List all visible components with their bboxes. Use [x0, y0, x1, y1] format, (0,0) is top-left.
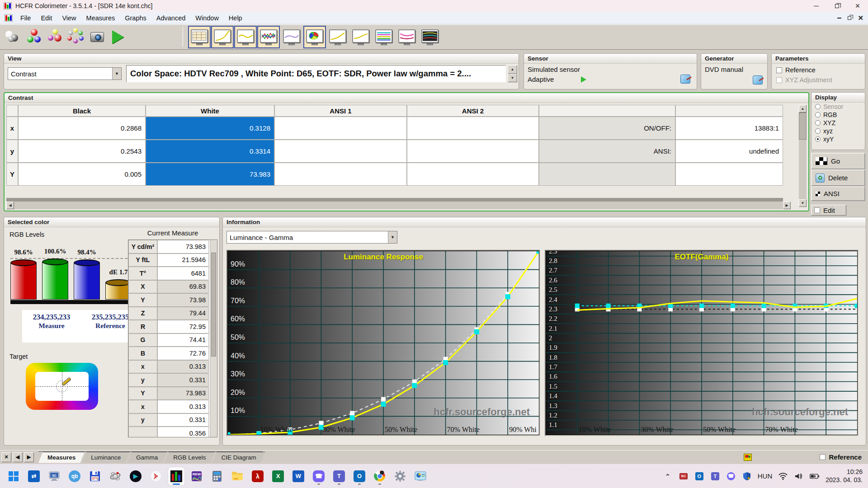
contrast-vscrollbar[interactable]: ▲ ▼ [799, 105, 807, 207]
contrast-info-value[interactable]: undefined [675, 140, 783, 163]
view-mode-dropdown[interactable]: Contrast ▼ [8, 67, 122, 80]
dark-player-icon[interactable]: ▶ [127, 467, 144, 485]
contrast-info-value[interactable]: 13883:1 [675, 117, 783, 140]
display-option-xyz[interactable]: xyz [811, 127, 865, 135]
radio-icon[interactable] [815, 112, 821, 117]
clock[interactable]: 10:26 2023. 04. 03. [826, 468, 863, 484]
contrast-view-button[interactable] [349, 26, 372, 48]
colorchecker-measure-icon[interactable] [66, 26, 87, 48]
menu-help[interactable]: Help [224, 13, 247, 23]
go-button[interactable]: Go [811, 153, 865, 169]
word-icon[interactable]: W [290, 467, 307, 485]
hcfr-icon[interactable] [168, 467, 184, 485]
contrast-white-cell[interactable]: 0.3314 [146, 140, 274, 163]
vscroll-thumb[interactable] [799, 113, 807, 140]
radio-icon[interactable] [815, 136, 821, 142]
qbittorrent-icon[interactable]: qb [66, 467, 83, 485]
contrast-ansi1-cell[interactable] [274, 163, 407, 186]
radio-icon[interactable] [815, 120, 821, 126]
outlook-tray-icon[interactable]: O [694, 471, 704, 481]
contrast-black-cell[interactable]: 0.2868 [18, 117, 146, 140]
grayscale-measure-icon[interactable] [4, 26, 24, 48]
contrast-black-cell[interactable]: 0.005 [18, 163, 146, 186]
contrast-col-header-extra[interactable] [675, 105, 783, 117]
contrast-ansi1-cell[interactable] [274, 140, 407, 163]
contrast-hscrollbar[interactable]: ◀ ▶ [6, 202, 791, 209]
settings-gear-icon[interactable] [392, 467, 408, 485]
calculator-icon[interactable] [209, 467, 225, 485]
contrast-info-label[interactable]: ON/OFF: [539, 117, 675, 140]
contrast-white-cell[interactable]: 73.983 [146, 163, 274, 186]
primaries-measure-icon[interactable] [24, 26, 45, 48]
menu-view[interactable]: View [57, 13, 81, 23]
teamviewer-icon[interactable]: ⇄ [26, 467, 42, 485]
run-measures-icon[interactable] [108, 26, 128, 48]
xyz-adjustment-checkbox[interactable] [776, 77, 782, 83]
menu-measures[interactable]: Measures [81, 13, 120, 23]
rgb-levels-view-button[interactable] [257, 26, 280, 48]
mdi-minimize-button[interactable] [837, 18, 841, 19]
contrast-col-header[interactable]: ANSI 1 [274, 105, 407, 117]
chevron-down-icon[interactable]: ▼ [388, 231, 397, 243]
gamma-view-button[interactable] [234, 26, 257, 48]
menu-window[interactable]: Window [190, 13, 224, 23]
nearblack-view-button[interactable] [280, 26, 303, 48]
start-button[interactable] [5, 467, 22, 485]
contrast-ansi2-cell[interactable] [407, 163, 539, 186]
contrast-ansi2-cell[interactable] [407, 117, 539, 140]
nearwhite-view-button[interactable] [326, 26, 349, 48]
contrast-row-label[interactable]: x [6, 117, 18, 140]
chevron-down-icon[interactable]: ▼ [112, 68, 121, 80]
screenconnect-tray-icon[interactable]: SC [679, 471, 689, 481]
contrast-col-header-extra[interactable] [539, 105, 675, 117]
outlook-icon[interactable]: O [351, 467, 368, 485]
viber-tray-icon[interactable]: ☎ [726, 471, 736, 481]
spinner-down-button[interactable]: ▼ [508, 74, 517, 82]
menu-file[interactable]: File [15, 13, 36, 23]
close-view-button[interactable]: ✕ [1, 452, 11, 462]
menu-advanced[interactable]: Advanced [151, 13, 191, 23]
battery-icon[interactable] [810, 471, 820, 481]
radio-icon[interactable] [815, 104, 821, 109]
excel-icon[interactable]: X [270, 467, 286, 485]
teams-tray-icon[interactable]: T [710, 471, 720, 481]
saturation-view-button[interactable] [373, 26, 395, 48]
radio-icon[interactable] [815, 128, 821, 134]
contrast-info-value[interactable] [675, 163, 783, 186]
display-option-xyz[interactable]: XYZ [811, 119, 865, 127]
contrast-white-cell[interactable]: 0.3128 [146, 117, 274, 140]
contrast-black-cell[interactable]: 0.2543 [18, 140, 146, 163]
tab-rgb-levels[interactable]: RGB Levels [164, 452, 215, 463]
reference-checkbox[interactable] [776, 67, 782, 73]
contrast-col-header[interactable]: Black [18, 105, 146, 117]
colortemp-view-button[interactable] [396, 26, 418, 48]
screenconnect-icon[interactable]: SC [46, 467, 62, 485]
tray-expand-icon[interactable]: ⌃ [663, 471, 673, 481]
graph-selector-dropdown[interactable]: Luminance - Gamma ▼ [226, 231, 397, 244]
tab-gamma[interactable]: Gamma [127, 452, 167, 463]
configure-sensor-icon[interactable] [680, 75, 690, 84]
contrast-row-label[interactable]: y [6, 140, 18, 163]
edit-checkbox-row[interactable]: Edit [811, 205, 846, 216]
tab-cie-diagram[interactable]: CIE Diagram [212, 452, 265, 463]
cie-diagram-view-button[interactable] [303, 26, 326, 48]
contrast-col-header[interactable]: ANSI 2 [407, 105, 539, 117]
system-monitor-icon[interactable] [412, 467, 429, 485]
menu-edit[interactable]: Edit [36, 13, 57, 23]
teams-icon[interactable]: T [331, 467, 347, 485]
contrast-row-label[interactable]: Y [6, 163, 18, 186]
language-indicator[interactable]: HUN [758, 472, 773, 480]
close-button[interactable]: × [847, 0, 868, 12]
contrast-info-label[interactable] [539, 163, 675, 186]
sensor-run-icon[interactable] [581, 76, 586, 83]
delete-button[interactable]: ♻ Delete [811, 169, 865, 186]
atom-app-icon[interactable] [107, 467, 123, 485]
floppy-save-icon[interactable]: 64 [87, 467, 103, 485]
file-explorer-icon[interactable] [229, 467, 245, 485]
luminance-view-button[interactable] [211, 26, 234, 48]
spinner-up-button[interactable]: ▲ [508, 65, 517, 74]
restore-button[interactable] [826, 0, 847, 12]
display-option-rgb[interactable]: RGB [811, 111, 865, 119]
ansi-button[interactable]: ANSI [811, 186, 865, 201]
contrast-corner-cell[interactable] [6, 105, 18, 117]
